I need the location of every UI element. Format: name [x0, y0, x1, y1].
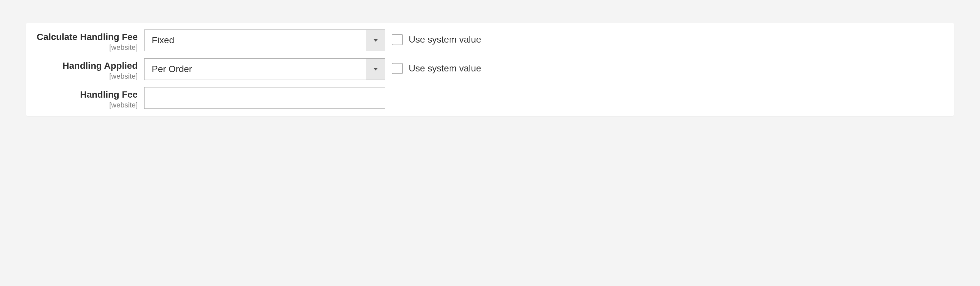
use-system-col: Use system value — [392, 58, 481, 74]
field-scope: [website] — [30, 72, 138, 81]
input-col: Per Order — [144, 58, 385, 80]
calculate-handling-fee-select[interactable]: Fixed — [144, 30, 385, 51]
row-handling-fee: Handling Fee [website] — [26, 81, 954, 110]
row-calculate-handling-fee: Calculate Handling Fee [website] Fixed U… — [26, 23, 954, 52]
use-system-label: Use system value — [409, 63, 481, 74]
dropdown-arrow-icon — [366, 30, 385, 51]
label-col: Calculate Handling Fee [website] — [30, 30, 138, 52]
use-system-col: Use system value — [392, 30, 481, 45]
input-col: Fixed — [144, 30, 385, 51]
label-col: Handling Applied [website] — [30, 58, 138, 81]
svg-marker-1 — [373, 68, 378, 70]
row-handling-applied: Handling Applied [website] Per Order Use… — [26, 52, 954, 81]
handling-applied-select[interactable]: Per Order — [144, 58, 385, 80]
field-scope: [website] — [30, 101, 138, 110]
config-panel: Calculate Handling Fee [website] Fixed U… — [26, 23, 954, 116]
field-label: Handling Applied — [30, 60, 138, 72]
select-value: Fixed — [145, 35, 366, 46]
handling-fee-input[interactable] — [144, 87, 385, 109]
use-system-checkbox-applied[interactable] — [392, 63, 403, 74]
field-label: Calculate Handling Fee — [30, 32, 138, 43]
label-col: Handling Fee [website] — [30, 87, 138, 110]
use-system-label: Use system value — [409, 34, 481, 45]
dropdown-arrow-icon — [366, 59, 385, 79]
input-col — [144, 87, 385, 109]
svg-marker-0 — [373, 39, 378, 41]
select-value: Per Order — [145, 64, 366, 75]
use-system-checkbox-calculate[interactable] — [392, 34, 403, 45]
field-scope: [website] — [30, 43, 138, 52]
field-label: Handling Fee — [30, 89, 138, 100]
